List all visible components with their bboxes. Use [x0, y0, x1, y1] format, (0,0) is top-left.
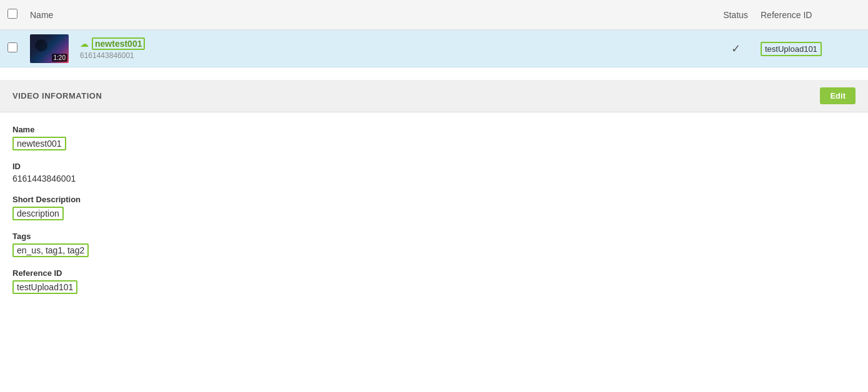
select-all-checkbox[interactable]: [7, 9, 17, 19]
short-desc-field-label: Short Description: [12, 195, 337, 204]
tags-field-label: Tags: [12, 232, 337, 241]
cloud-icon: ☁: [80, 39, 89, 49]
refid-column-header: Reference ID: [761, 10, 861, 20]
video-info-section: VIDEO INFORMATION Edit Name newtest001 I…: [0, 80, 868, 318]
table-row: 1:20 ☁ newtest001 6161443846001 ✓ testUp…: [0, 30, 868, 67]
video-duration: 1:20: [52, 54, 67, 62]
name-column-header: Name: [30, 10, 711, 20]
name-field-group: Name newtest001: [12, 125, 337, 150]
status-column-header: Status: [711, 10, 761, 20]
status-check-icon: ✓: [731, 42, 741, 55]
refid-field-label: Reference ID: [12, 268, 337, 278]
id-field-label: ID: [12, 162, 337, 171]
short-desc-field-group: Short Description description: [12, 195, 337, 220]
reference-id-value: testUpload101: [761, 42, 822, 56]
name-field-value: newtest001: [12, 137, 66, 150]
video-info-header: VIDEO INFORMATION Edit: [0, 80, 868, 112]
video-name-link[interactable]: ☁ newtest001: [80, 37, 711, 50]
video-info-body: Name newtest001 ID 6161443846001 Short D…: [0, 112, 350, 318]
video-name[interactable]: newtest001: [92, 37, 145, 50]
video-thumbnail: 1:20: [30, 34, 69, 63]
video-info-title: VIDEO INFORMATION: [12, 91, 102, 100]
tags-field-value: en_us, tag1, tag2: [12, 243, 89, 257]
refid-field-value: testUpload101: [12, 280, 77, 294]
row-checkbox[interactable]: [7, 42, 17, 52]
short-desc-field-value: description: [12, 207, 64, 220]
name-field-label: Name: [12, 125, 337, 134]
video-id: 6161443846001: [80, 51, 711, 60]
id-field-value: 6161443846001: [12, 174, 337, 184]
edit-button[interactable]: Edit: [820, 87, 856, 104]
id-field-group: ID 6161443846001: [12, 162, 337, 184]
table-header: Name Status Reference ID: [0, 0, 868, 30]
tags-field-group: Tags en_us, tag1, tag2: [12, 232, 337, 257]
refid-field-group: Reference ID testUpload101: [12, 268, 337, 294]
